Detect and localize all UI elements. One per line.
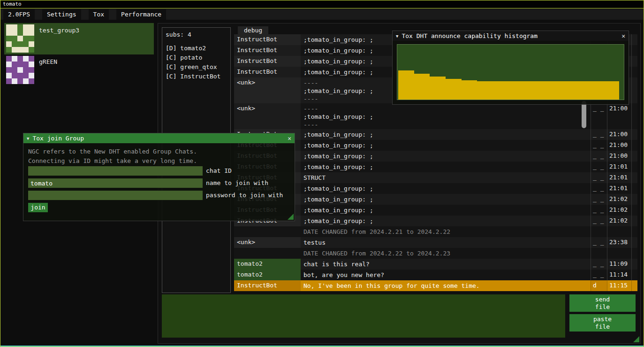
- histogram-bar: [564, 81, 572, 100]
- message-text: ;tomato_in_group: ;: [301, 129, 591, 140]
- chat-scrollbar[interactable]: [582, 101, 586, 128]
- message-time: 21:01: [607, 183, 632, 194]
- close-icon[interactable]: ✕: [621, 32, 625, 39]
- field-label: password to join with: [206, 191, 283, 200]
- field-label: chat ID: [206, 166, 232, 176]
- message-flags: _ _: [591, 103, 607, 129]
- message-flags: _ _: [591, 270, 607, 280]
- message-time: 21:01: [607, 172, 632, 183]
- message-row[interactable]: tomato2bot, are you new here?_ _11:14: [234, 270, 637, 280]
- member-item[interactable]: [C] potato: [166, 53, 230, 62]
- histogram-bar: [501, 81, 509, 100]
- window-bottom-edge: [0, 346, 644, 347]
- histogram-bar: [446, 79, 454, 100]
- close-icon[interactable]: ✕: [288, 135, 291, 142]
- tab-debug[interactable]: debug: [238, 26, 268, 34]
- group-item-test_group3[interactable]: test_group3: [4, 23, 154, 54]
- member-item[interactable]: [C] InstructBot: [166, 72, 230, 81]
- menubar: 2.0FPSSettingsToxPerformance: [0, 9, 644, 20]
- button-label-line: send: [595, 296, 610, 303]
- button-label-line: paste: [593, 316, 612, 323]
- resize-grip-icon[interactable]: [633, 336, 639, 342]
- histogram-window-title: Tox DHT announce capability histogram: [402, 32, 618, 39]
- date-separator-row[interactable]: DATE CHANGED from 2024.2.21 to 2024.2.22: [234, 226, 637, 237]
- message-time: [607, 248, 632, 259]
- histogram-bar: [422, 74, 430, 100]
- group-name: test_group3: [39, 27, 79, 34]
- histogram-bar: [540, 81, 548, 100]
- button-label-line: file: [595, 323, 610, 331]
- join-name-input[interactable]: [28, 178, 203, 188]
- message-row[interactable]: <unk>----;tomato_in_group: ;----_ _21:00: [234, 103, 637, 129]
- message-author: InstructBot: [234, 34, 301, 45]
- message-input[interactable]: [162, 294, 565, 338]
- histogram-bar: [414, 74, 422, 100]
- join-titlebar[interactable]: ▼ Tox join Group ✕: [23, 133, 295, 143]
- message-author: InstructBot: [234, 45, 301, 56]
- chat-id-input[interactable]: [28, 166, 203, 176]
- histogram-bar: [406, 70, 414, 100]
- message-time: [607, 226, 632, 237]
- histogram-bar: [516, 81, 524, 100]
- histogram-bar: [604, 81, 612, 100]
- message-author: InstructBot: [234, 280, 301, 291]
- message-text: ;tomato_in_group: ;: [301, 140, 591, 151]
- message-time: 11:15: [607, 280, 632, 291]
- join-password-input[interactable]: [28, 191, 203, 200]
- date-separator-row[interactable]: DATE CHANGED from 2024.2.22 to 2024.2.23: [234, 248, 637, 259]
- message-text: STRUCT: [301, 172, 591, 183]
- message-author: [234, 226, 301, 237]
- message-time: 21:02: [607, 205, 632, 216]
- group-item-gREEN[interactable]: gREEN: [4, 54, 154, 86]
- message-text: No, I've been in this group for quite so…: [301, 280, 591, 291]
- group-avatar: [6, 24, 34, 53]
- message-author: tomato2: [234, 270, 301, 280]
- message-author: InstructBot: [234, 56, 301, 67]
- join-fields: chat IDname to join withpassword to join…: [28, 166, 283, 203]
- group-list: test_group3gREEN: [4, 23, 154, 86]
- dht-histogram-window: ▼ Tox DHT announce capability histogram …: [392, 31, 629, 105]
- message-time: 21:00: [607, 151, 632, 162]
- histogram-bar: [485, 81, 493, 100]
- subs-header: subs: 4: [166, 31, 230, 38]
- message-text: ;tomato_in_group: ;: [301, 216, 591, 226]
- send-file-button[interactable]: send file: [569, 294, 636, 312]
- message-text: bot, are you new here?: [301, 270, 591, 280]
- titlebar[interactable]: tomato: [0, 0, 644, 8]
- member-item[interactable]: [D] tomato2: [166, 44, 230, 53]
- join-button[interactable]: join: [28, 203, 48, 212]
- message-author: [234, 248, 301, 259]
- message-flags: [591, 226, 607, 237]
- message-time: 21:00: [607, 140, 632, 151]
- message-flags: _ _: [591, 183, 607, 194]
- member-item[interactable]: [C] green_qtox: [166, 62, 230, 72]
- message-author: tomato2: [234, 259, 301, 270]
- message-time: 21:00: [607, 103, 632, 129]
- histogram-bar: [548, 81, 556, 100]
- histogram-bar: [588, 81, 596, 100]
- menu-item-settings[interactable]: Settings: [42, 9, 81, 20]
- histogram-bar: [509, 81, 517, 100]
- histogram-body: [393, 41, 629, 104]
- join-body: NGC refers to the New DHT enabled Group …: [23, 143, 295, 221]
- message-text: ----;tomato_in_group: ;----: [301, 103, 591, 129]
- message-time: 21:01: [607, 162, 632, 172]
- date-changed-text: DATE CHANGED from 2024.2.22 to 2024.2.23: [301, 248, 591, 259]
- resize-grip-icon[interactable]: [288, 214, 294, 220]
- menu-item-tox[interactable]: Tox: [89, 9, 109, 20]
- message-flags: _ _: [591, 205, 607, 216]
- message-author: InstructBot: [234, 67, 301, 77]
- collapse-arrow-icon[interactable]: ▼: [396, 34, 398, 39]
- join-info: NGC refers to the New DHT enabled Group …: [28, 147, 197, 166]
- message-row[interactable]: <unk>testus_ _23:38: [234, 237, 637, 248]
- message-row[interactable]: InstructBotNo, I've been in this group f…: [234, 280, 637, 291]
- menu-item-performance[interactable]: Performance: [116, 9, 166, 20]
- histogram-bar: [580, 81, 588, 100]
- histogram-titlebar[interactable]: ▼ Tox DHT announce capability histogram …: [393, 31, 629, 41]
- message-row[interactable]: tomato2chat is this real?_ _11:09: [234, 259, 637, 270]
- button-label-line: file: [595, 303, 610, 311]
- paste-file-button[interactable]: paste file: [569, 314, 636, 332]
- group-name: gREEN: [39, 58, 57, 65]
- collapse-arrow-icon[interactable]: ▼: [27, 136, 29, 141]
- message-time: 21:00: [607, 129, 632, 140]
